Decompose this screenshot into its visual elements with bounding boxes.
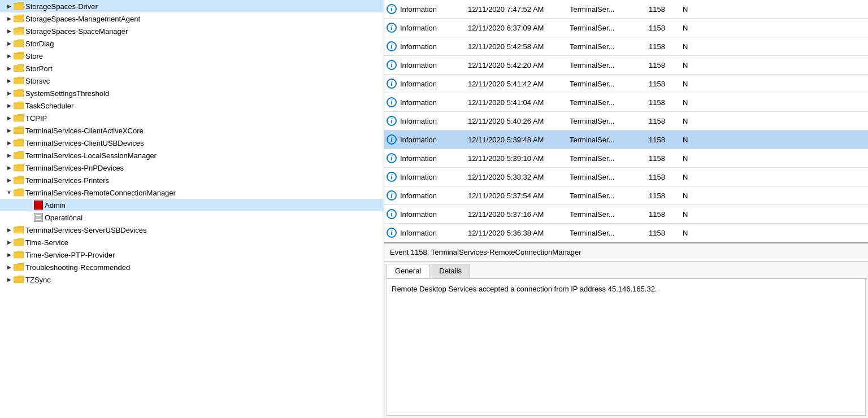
tree-item-label: TerminalServices-ClientUSBDevices — [25, 139, 144, 147]
detail-tab-details[interactable]: Details — [431, 264, 470, 278]
info-icon: i — [387, 134, 397, 145]
expand-icon[interactable]: ▶ — [5, 275, 14, 284]
tree-item-storagespaces-managementagent[interactable]: ▶ StorageSpaces-ManagementAgent — [0, 12, 384, 25]
folder-icon — [14, 188, 24, 198]
event-task: N — [683, 5, 866, 14]
tree-item-label: TerminalServices-Printers — [25, 176, 109, 185]
expand-icon[interactable]: ▶ — [5, 51, 14, 60]
expand-icon[interactable]: ▶ — [5, 138, 14, 147]
expand-icon[interactable]: ▶ — [5, 114, 14, 123]
event-row[interactable]: iInformation12/11/2020 5:39:48 AMTermina… — [384, 130, 868, 149]
svg-rect-7 — [14, 90, 24, 97]
expand-icon[interactable]: ▶ — [5, 238, 14, 247]
tree-item-terminalservices-pnpdevices[interactable]: ▶ TerminalServices-PnPDevices — [0, 162, 384, 174]
collapse-icon[interactable]: ▼ — [5, 188, 14, 197]
event-task: N — [683, 24, 866, 32]
tree-item-terminalservices-printers[interactable]: ▶ TerminalServices-Printers — [0, 174, 384, 186]
event-row[interactable]: iInformation12/11/2020 5:38:32 AMTermina… — [384, 168, 868, 186]
event-id: 1158 — [649, 80, 683, 88]
event-row[interactable]: iInformation12/11/2020 6:37:09 AMTermina… — [384, 19, 868, 37]
tree-item-tzsync[interactable]: ▶ TZSync — [0, 273, 384, 286]
expand-icon[interactable]: ▶ — [5, 76, 14, 85]
tree-item-label: Store — [25, 52, 43, 60]
event-row[interactable]: iInformation12/11/2020 5:42:58 AMTermina… — [384, 37, 868, 56]
event-level: Information — [400, 173, 468, 181]
expand-icon[interactable]: ▶ — [5, 151, 14, 160]
tree-item-time-service-ptp-provider[interactable]: ▶ Time-Service-PTP-Provider — [0, 249, 384, 261]
expand-icon[interactable]: ▶ — [5, 176, 14, 185]
tree-item-terminalservices-serverusbdevices[interactable]: ▶ TerminalServices-ServerUSBDevices — [0, 224, 384, 236]
tree-item-label: StorageSpaces-Driver — [25, 2, 98, 11]
tree-item-store[interactable]: ▶ Store — [0, 50, 384, 62]
tree-item-storagespaces-spacemanager[interactable]: ▶ StorageSpaces-SpaceManager — [0, 25, 384, 37]
folder-icon — [14, 250, 24, 260]
tree-item-terminalservices-localsessionmanager[interactable]: ▶ TerminalServices-LocalSessionManager — [0, 149, 384, 162]
expand-icon[interactable]: ▶ — [5, 225, 14, 234]
expand-icon[interactable]: ▶ — [5, 89, 14, 98]
event-row[interactable]: iInformation12/11/2020 7:47:52 AMTermina… — [384, 0, 868, 19]
svg-rect-5 — [14, 66, 24, 72]
info-icon: i — [387, 228, 397, 238]
event-row[interactable]: iInformation12/11/2020 5:41:04 AMTermina… — [384, 93, 868, 112]
event-source: TerminalSer... — [570, 117, 649, 125]
event-task: N — [683, 117, 866, 125]
event-row[interactable]: iInformation12/11/2020 5:40:26 AMTermina… — [384, 112, 868, 130]
tree-item-operational[interactable]: Operational — [0, 211, 384, 224]
tree-item-stordiag[interactable]: ▶ StorDiag — [0, 37, 384, 50]
event-row[interactable]: iInformation12/11/2020 5:37:16 AMTermina… — [384, 205, 868, 224]
expand-icon[interactable]: ▶ — [5, 64, 14, 73]
events-list[interactable]: iInformation12/11/2020 7:47:52 AMTermina… — [384, 0, 868, 243]
detail-tab-general[interactable]: General — [387, 264, 429, 278]
event-task: N — [683, 154, 866, 163]
folder-icon — [14, 262, 24, 273]
tree-item-admin[interactable]: Admin — [0, 199, 384, 211]
expand-icon[interactable]: ▶ — [5, 250, 14, 259]
expand-icon[interactable]: ▶ — [5, 27, 14, 36]
tree-item-label: Admin — [45, 201, 66, 210]
tree-item-terminalservices-clientactivexcore[interactable]: ▶ TerminalServices-ClientActiveXCore — [0, 124, 384, 137]
expand-icon[interactable]: ▶ — [5, 263, 14, 272]
event-source: TerminalSer... — [570, 80, 649, 88]
event-date: 12/11/2020 6:37:09 AM — [468, 24, 570, 32]
expand-icon[interactable]: ▶ — [5, 39, 14, 48]
svg-rect-23 — [14, 252, 24, 258]
info-icon: i — [387, 190, 397, 201]
info-icon: i — [387, 41, 397, 51]
svg-rect-6 — [14, 78, 24, 84]
expand-icon[interactable]: ▶ — [5, 163, 14, 172]
tree-item-storagespaces-driver[interactable]: ▶ StorageSpaces-Driver — [0, 0, 384, 12]
event-row[interactable]: iInformation12/11/2020 5:41:42 AMTermina… — [384, 75, 868, 93]
event-row[interactable]: iInformation12/11/2020 5:42:20 AMTermina… — [384, 56, 868, 75]
event-row[interactable]: iInformation12/11/2020 5:37:54 AMTermina… — [384, 186, 868, 205]
expand-icon[interactable]: ▶ — [5, 126, 14, 135]
folder-icon — [14, 175, 24, 186]
tree-item-terminalservices-remoteconnectionmanager[interactable]: ▼ TerminalServices-RemoteConnectionManag… — [0, 186, 384, 199]
tree-item-tcpip[interactable]: ▶ TCPIP — [0, 112, 384, 124]
event-row[interactable]: iInformation12/11/2020 5:39:10 AMTermina… — [384, 149, 868, 168]
expand-icon[interactable]: ▶ — [5, 14, 14, 23]
tree-item-storsvc[interactable]: ▶ Storsvc — [0, 75, 384, 87]
event-id: 1158 — [649, 191, 683, 200]
expand-icon[interactable]: ▶ — [5, 101, 14, 110]
detail-tabs[interactable]: GeneralDetails — [384, 262, 868, 278]
event-date: 12/11/2020 5:40:26 AM — [468, 117, 570, 125]
tree-item-terminalservices-clientusbdevices[interactable]: ▶ TerminalServices-ClientUSBDevices — [0, 137, 384, 149]
expand-icon[interactable]: ▶ — [5, 2, 14, 11]
event-row[interactable]: iInformation12/11/2020 5:36:38 AMTermina… — [384, 224, 868, 242]
event-level: Information — [400, 80, 468, 88]
info-icon: i — [387, 97, 397, 107]
event-source: TerminalSer... — [570, 210, 649, 219]
event-date: 12/11/2020 5:42:58 AM — [468, 42, 570, 51]
svg-rect-0 — [14, 3, 24, 10]
event-source: TerminalSer... — [570, 24, 649, 32]
folder-icon — [14, 26, 24, 37]
tree-item-taskscheduler[interactable]: ▶ TaskScheduler — [0, 99, 384, 112]
svg-rect-1 — [14, 16, 24, 22]
svg-rect-14 — [14, 177, 24, 184]
tree-item-troubleshooting-recommended[interactable]: ▶ Troubleshooting-Recommended — [0, 261, 384, 273]
tree-item-time-service[interactable]: ▶ Time-Service — [0, 236, 384, 249]
tree-item-label: Time-Service-PTP-Provider — [25, 251, 115, 259]
tree-item-storport[interactable]: ▶ StorPort — [0, 62, 384, 75]
tree-panel[interactable]: ▶ StorageSpaces-Driver▶ StorageSpaces-Ma… — [0, 0, 384, 418]
tree-item-systemsettingsthreshold[interactable]: ▶ SystemSettingsThreshold — [0, 87, 384, 99]
